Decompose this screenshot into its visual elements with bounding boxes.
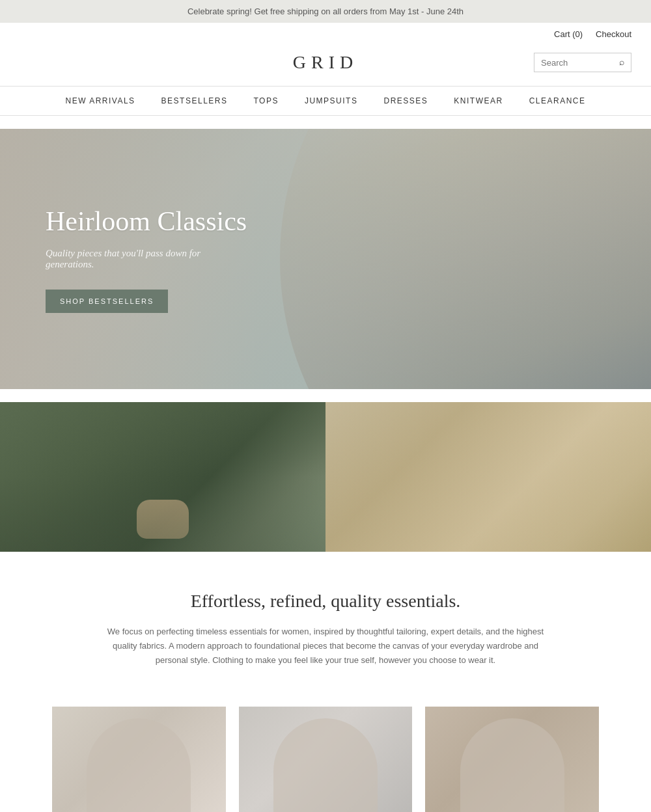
nav-item-dresses[interactable]: DRESSES [383, 96, 428, 105]
nav-item-tops[interactable]: TOPS [253, 96, 278, 105]
hero-content: Heirloom Classics Quality pieces that yo… [0, 166, 293, 351]
hero-cta-button[interactable]: SHOP BESTSELLERS [46, 290, 168, 313]
product-card-2[interactable] [239, 707, 413, 812]
cart-link[interactable]: Cart (0) [554, 29, 583, 39]
checkout-link[interactable]: Checkout [596, 29, 631, 39]
top-nav: Cart (0) Checkout [0, 23, 651, 46]
product-card-3[interactable] [425, 707, 599, 812]
nav-item-jumpsuits[interactable]: JUMPSUITS [305, 96, 358, 105]
search-input[interactable] [541, 58, 619, 68]
search-icon[interactable]: ⌕ [619, 57, 624, 68]
nav-item-new-arrivals[interactable]: NEW ARRIVALS [65, 96, 135, 105]
search-container: ⌕ [534, 53, 631, 72]
hero-title: Heirloom Classics [46, 205, 247, 237]
hand-detail [137, 500, 189, 539]
announcement-text: Celebrate spring! Get free shipping on a… [187, 7, 464, 16]
two-col-images [0, 402, 651, 552]
nav-item-bestsellers[interactable]: BESTSELLERS [161, 96, 228, 105]
product-card-1[interactable] [52, 707, 226, 812]
announcement-bar: Celebrate spring! Get free shipping on a… [0, 0, 651, 23]
brand-statement: Effortless, refined, quality essentials.… [0, 552, 651, 707]
nav-item-clearance[interactable]: CLEARANCE [529, 96, 586, 105]
product-image-3 [425, 707, 599, 812]
product-image-1 [52, 707, 226, 812]
hero-banner: Heirloom Classics Quality pieces that yo… [0, 129, 651, 389]
brand-body: We focus on perfecting timeless essentia… [98, 625, 553, 668]
header: GRID ⌕ [0, 46, 651, 86]
product-image-2 [239, 707, 413, 812]
hero-subtitle: Quality pieces that you'll pass down for… [46, 248, 247, 270]
brand-heading: Effortless, refined, quality essentials. [52, 591, 599, 612]
nav-item-knitwear[interactable]: KNITWEAR [454, 96, 503, 105]
main-nav: NEW ARRIVALS BESTSELLERS TOPS JUMPSUITS … [0, 86, 651, 116]
col-right-image [326, 402, 651, 552]
col-left-image [0, 402, 326, 552]
site-logo: GRID [293, 52, 358, 73]
product-grid [0, 707, 651, 812]
